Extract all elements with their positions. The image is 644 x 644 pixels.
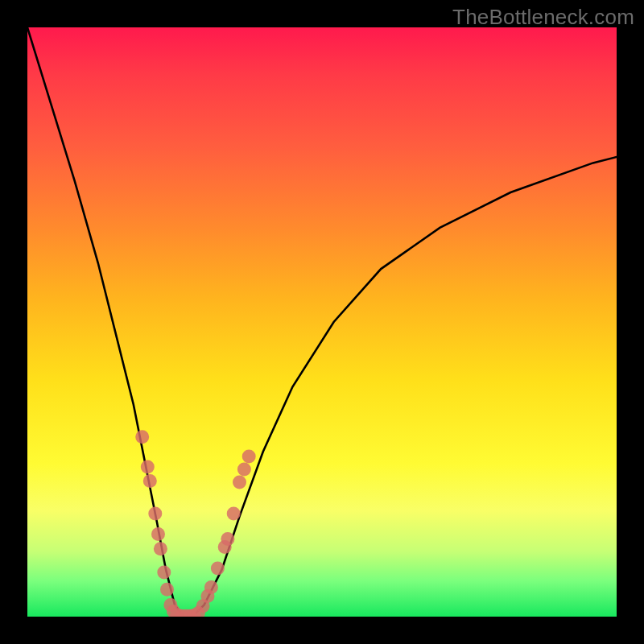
data-point	[141, 460, 155, 474]
chart-frame: TheBottleneck.com	[0, 0, 644, 644]
data-point	[221, 532, 234, 546]
data-point	[157, 566, 171, 580]
data-point	[135, 430, 149, 444]
data-point	[148, 506, 162, 520]
data-point	[143, 474, 157, 488]
data-point	[160, 583, 174, 597]
data-point	[237, 463, 251, 477]
data-point	[233, 476, 246, 489]
data-point	[242, 449, 256, 463]
data-point	[154, 542, 167, 555]
data-point	[151, 527, 165, 541]
watermark-text: TheBottleneck.com	[452, 5, 634, 30]
bottleneck-curve	[27, 27, 617, 617]
data-point	[227, 506, 241, 520]
data-point	[204, 580, 218, 594]
plot-area	[27, 27, 617, 617]
data-point	[211, 562, 225, 576]
chart-svg	[27, 27, 617, 617]
